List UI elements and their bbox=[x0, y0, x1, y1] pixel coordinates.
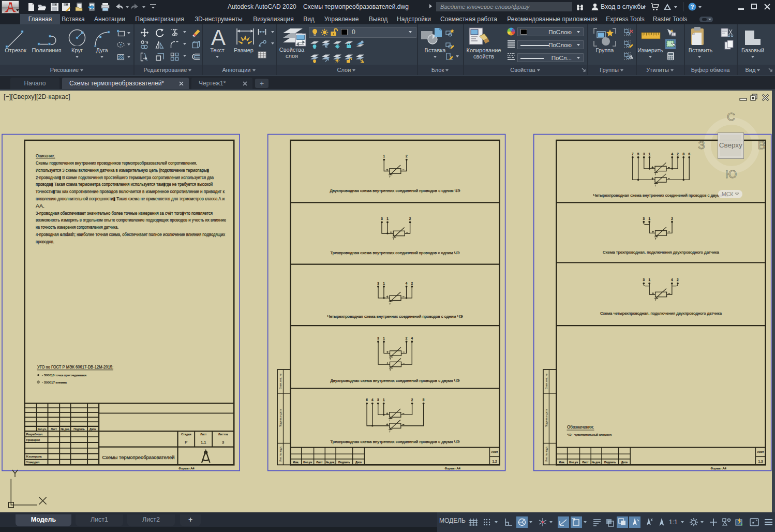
svg-text:3-проводная обеспечивает значи: 3-проводная обеспечивает значительно бол… bbox=[36, 211, 213, 216]
svg-text:Проверил: Проверил bbox=[26, 438, 40, 441]
svg-text:1: 1 bbox=[383, 282, 385, 285]
svg-text:Схема четырехпроводная, подклю: Схема четырехпроводная, подключения двух… bbox=[600, 312, 722, 316]
svg-text:2: 2 bbox=[671, 217, 673, 220]
svg-text:Лист: Лист bbox=[316, 461, 323, 464]
svg-text:3: 3 bbox=[377, 336, 379, 340]
svg-text:3: 3 bbox=[377, 282, 379, 285]
svg-text:Формат А4: Формат А4 bbox=[444, 467, 460, 470]
svg-text:Р: Р bbox=[185, 440, 187, 445]
svg-text:№ док.: № док. bbox=[326, 461, 335, 464]
svg-text:Используется 3 схемы включени: Используется 3 схемы включения датчика в… bbox=[36, 168, 209, 173]
svg-text:1.2: 1.2 bbox=[492, 460, 497, 463]
svg-text:2: 2 bbox=[677, 278, 679, 282]
svg-text:2: 2 bbox=[406, 336, 408, 340]
svg-text:3: 3 bbox=[377, 398, 379, 402]
svg-text:проводов.: проводов. bbox=[36, 239, 54, 244]
svg-text:6: 6 bbox=[688, 152, 690, 156]
svg-text:Взам. инв. №: Взам. инв. № bbox=[279, 374, 282, 389]
svg-text:Лист: Лист bbox=[200, 433, 207, 436]
svg-text:2: 2 bbox=[677, 152, 679, 156]
svg-text:Формат А4: Формат А4 bbox=[178, 467, 195, 470]
svg-text:Дата: Дата bbox=[355, 461, 362, 464]
svg-text:Кол.уч: Кол.уч bbox=[303, 461, 312, 464]
svg-text:Дата: Дата bbox=[621, 461, 628, 464]
svg-text:Кол.уч: Кол.уч bbox=[569, 461, 578, 464]
svg-text:2: 2 bbox=[411, 398, 413, 402]
svg-text:7: 7 bbox=[632, 152, 634, 156]
svg-text:Лист: Лист bbox=[582, 461, 589, 464]
svg-text:Взам. инв. №: Взам. инв. № bbox=[545, 374, 548, 389]
svg-text:Четырехпроводная схема внутрен: Четырехпроводная схема внутренних соедин… bbox=[593, 194, 729, 198]
svg-text:УГО по ГОСТ Р МЭК 60617-DB-12M: УГО по ГОСТ Р МЭК 60617-DB-12M-2015: bbox=[37, 364, 113, 370]
svg-text:Описание:: Описание: bbox=[36, 153, 55, 158]
svg-text:Подпись и дата: Подпись и дата bbox=[545, 409, 548, 427]
svg-text:1.1: 1.1 bbox=[201, 440, 206, 445]
svg-text:4: 4 bbox=[671, 152, 673, 156]
svg-text:№ док.: № док. bbox=[592, 461, 601, 464]
svg-text:Дата: Дата bbox=[90, 427, 96, 431]
svg-text:Подпись и дата: Подпись и дата bbox=[279, 409, 282, 427]
svg-text:1: 1 bbox=[649, 152, 651, 156]
svg-text:Стадия: Стадия bbox=[181, 433, 191, 436]
svg-text:Утвердил: Утвердил bbox=[26, 461, 40, 464]
svg-text:Подпись: Подпись bbox=[604, 461, 616, 464]
svg-text:Лист: Лист bbox=[757, 450, 764, 453]
svg-text:Инв. № подл.: Инв. № подл. bbox=[279, 446, 282, 462]
svg-text:3: 3 bbox=[643, 217, 645, 220]
svg-text:точности▮так как сопротивление: точности▮так как сопротивление проводов … bbox=[36, 189, 225, 194]
svg-text:на точность измерения сопроти: на точность измерения сопротивления датч… bbox=[36, 225, 118, 230]
svg-text:1: 1 bbox=[386, 217, 389, 220]
svg-text:5: 5 bbox=[423, 398, 425, 402]
svg-text:1: 1 bbox=[383, 398, 385, 402]
svg-text:- S00017 клемма: - S00017 клемма bbox=[42, 381, 67, 384]
svg-text:Инв. № подл.: Инв. № подл. bbox=[545, 446, 548, 462]
svg-text:Н.контроль: Н.контроль bbox=[26, 455, 42, 458]
svg-text:Лист: Лист bbox=[491, 450, 498, 453]
svg-text:Двухпроводная схема внутренних: Двухпроводная схема внутренних соединени… bbox=[331, 379, 460, 383]
svg-text:3: 3 bbox=[381, 217, 383, 220]
svg-text:3: 3 bbox=[222, 440, 224, 445]
svg-text:Формат А4: Формат А4 bbox=[710, 467, 726, 470]
svg-text:Схемы термопреобразователей: Схемы термопреобразователей bbox=[102, 455, 175, 460]
svg-text:1: 1 bbox=[383, 154, 385, 158]
svg-text:8: 8 bbox=[682, 152, 684, 156]
svg-text:1: 1 bbox=[648, 217, 650, 220]
svg-text:2: 2 bbox=[409, 217, 411, 220]
svg-text:- S00016 точка присоединения: - S00016 точка присоединения bbox=[42, 374, 86, 377]
svg-text:Разработал: Разработал bbox=[26, 433, 43, 436]
svg-text:1.3: 1.3 bbox=[758, 460, 763, 463]
svg-text:появлению дополнительной погр: появлению дополнительной погрешности▮ Та… bbox=[36, 196, 225, 201]
svg-text:Схема трехпроводная, подключен: Схема трехпроводная, подключения двухпро… bbox=[603, 250, 719, 255]
svg-text:5: 5 bbox=[637, 152, 639, 156]
svg-text:?: ? bbox=[691, 4, 694, 10]
svg-text:Схемы подключения внутренних п: Схемы подключения внутренних проводников… bbox=[36, 160, 197, 166]
svg-text:2: 2 bbox=[406, 154, 408, 158]
svg-text:Изм.: Изм. bbox=[293, 461, 299, 464]
svg-text:1: 1 bbox=[383, 336, 385, 340]
svg-text:Лист: Лист bbox=[51, 427, 57, 431]
svg-text:4: 4 bbox=[411, 336, 413, 340]
svg-text:Изм.: Изм. bbox=[559, 461, 565, 464]
svg-text:4: 4 bbox=[406, 282, 408, 285]
svg-text:6: 6 bbox=[366, 398, 368, 402]
svg-text:Двухпроводная схема внутренних: Двухпроводная схема внутренних соединени… bbox=[330, 189, 460, 193]
svg-text:Трехпроводная схема внутренних: Трехпроводная схема внутренних соединени… bbox=[331, 440, 460, 444]
svg-text:Листов: Листов bbox=[218, 433, 228, 436]
svg-text:Трехпроводная схема внутренних: Трехпроводная схема внутренних соединени… bbox=[331, 251, 460, 255]
svg-text:3: 3 bbox=[643, 278, 645, 282]
svg-text:Четырехпроводная схема внутрен: Четырехпроводная схема внутренних соедин… bbox=[327, 315, 463, 319]
svg-text:4-проводная &mdash; наиболее т: 4-проводная &mdash; наиболее точная схем… bbox=[36, 232, 226, 237]
svg-text:Подпись: Подпись bbox=[73, 427, 85, 431]
svg-text:№ док.: № док. bbox=[61, 427, 69, 431]
svg-text:1: 1 bbox=[648, 278, 650, 282]
svg-text:Подпись: Подпись bbox=[338, 461, 350, 464]
svg-text:Обозначения:: Обозначения: bbox=[567, 425, 594, 430]
svg-text:4: 4 bbox=[671, 278, 673, 282]
svg-text:провода▮ Такая схема термометр: провода▮ Такая схема термометра сопротив… bbox=[36, 182, 213, 187]
svg-text:возможность измерить в отдель: возможность измерить в отдельном опыте с… bbox=[36, 217, 226, 223]
svg-text:АА.: АА. bbox=[36, 203, 44, 209]
svg-text:3: 3 bbox=[643, 152, 645, 156]
svg-text:2: 2 bbox=[411, 282, 413, 285]
svg-text:2-проводная▮ В схеме подключен: 2-проводная▮ В схеме подключения простей… bbox=[36, 175, 214, 180]
svg-text:ЧЭ - чувствительный элемент.: ЧЭ - чувствительный элемент. bbox=[567, 433, 612, 436]
